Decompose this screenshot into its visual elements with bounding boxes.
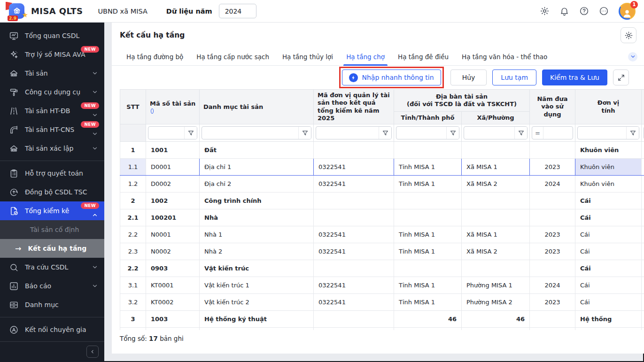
cell-tinh[interactable]: Tỉnh MISA 1: [394, 176, 462, 193]
cell-ma-don-vi[interactable]: [314, 311, 394, 328]
cancel-button[interactable]: Hủy: [450, 69, 487, 85]
filter-funnel-icon[interactable]: [298, 127, 311, 139]
cell-don-vi[interactable]: Cái: [575, 260, 642, 277]
cell-xa[interactable]: [462, 209, 530, 226]
cell-don-vi[interactable]: Khuôn viên: [575, 142, 642, 159]
cell-tinh[interactable]: Tỉnh MISA 1: [394, 277, 462, 294]
sidebar-item-trợ-lý-số-misa-ava[interactable]: Trợ lý số MISA AVANEW: [0, 45, 104, 64]
cell-ma-so[interactable]: 1001: [146, 142, 200, 159]
cell-stt[interactable]: 2.2: [120, 260, 146, 277]
cell-ma-don-vi[interactable]: [314, 209, 394, 226]
cell-xa[interactable]: Phường MISA 1: [462, 277, 530, 294]
tab-hạ-tầng-thủy-lợi[interactable]: Hạ tầng thủy lợi: [276, 48, 340, 65]
cell-tinh[interactable]: [394, 193, 462, 209]
cell-xa[interactable]: Xã MISA 1: [462, 159, 530, 176]
tab-overflow-chevron-icon[interactable]: [628, 52, 637, 62]
cell-tinh[interactable]: [394, 260, 462, 277]
cell-nam[interactable]: [530, 328, 575, 331]
cell-overflow[interactable]: [642, 294, 644, 311]
cell-overflow[interactable]: [642, 226, 644, 243]
cell-don-vi[interactable]: 46: [575, 328, 642, 331]
cell-nam[interactable]: [530, 311, 575, 328]
cell-nam[interactable]: 2023: [530, 159, 575, 176]
cell-overflow[interactable]: [642, 328, 644, 331]
user-avatar[interactable]: 1: [619, 3, 636, 20]
cell-ma-don-vi[interactable]: 0322541: [314, 159, 394, 176]
save-draft-button[interactable]: Lưu tạm: [492, 69, 536, 85]
cell-danh-muc[interactable]: Địa chỉ 2: [200, 176, 314, 193]
cell-don-vi[interactable]: Cái: [575, 243, 642, 260]
cell-nam[interactable]: [530, 142, 575, 159]
cell-ma-so[interactable]: 1003: [146, 311, 200, 328]
sidebar-item-tài-sản[interactable]: Tài sản: [0, 64, 104, 83]
cell-ma-don-vi[interactable]: [314, 142, 394, 159]
cell-danh-muc[interactable]: 1111121: [200, 328, 314, 331]
filter-funnel-icon[interactable]: [626, 127, 639, 139]
filter-funnel-icon[interactable]: [184, 127, 197, 139]
cell-danh-muc[interactable]: Nhà 2: [200, 243, 314, 260]
notifications-bell-icon[interactable]: [559, 6, 569, 16]
cell-danh-muc[interactable]: Nhà 1: [200, 226, 314, 243]
cell-stt[interactable]: 2: [120, 193, 146, 209]
cell-nam[interactable]: 2024: [530, 277, 575, 294]
cell-stt[interactable]: 1.2: [120, 176, 146, 193]
cell-tinh[interactable]: [394, 142, 462, 159]
equals-operator[interactable]: =: [532, 127, 543, 139]
sidebar-item-tổng-quan-csdl[interactable]: Tổng quan CSDL: [0, 26, 104, 45]
cell-ma-don-vi[interactable]: 0322541: [314, 294, 394, 311]
cell-xa[interactable]: Phường MISA 2: [462, 294, 530, 311]
sidebar-item-báo-cáo[interactable]: Báo cáo: [0, 277, 104, 295]
tab-hạ-tầng-đê-điều[interactable]: Hạ tầng đê điều: [391, 48, 455, 65]
cell-tinh[interactable]: Tỉnh MISA 1: [394, 328, 462, 331]
filter-funnel-icon[interactable]: [379, 127, 391, 139]
cell-overflow[interactable]: [642, 311, 644, 328]
cell-danh-muc[interactable]: Vật kiến trúc: [200, 260, 314, 277]
cell-ma-don-vi[interactable]: 0322541: [314, 243, 394, 260]
check-and-save-button[interactable]: Kiểm tra & Lưu: [542, 69, 607, 85]
cell-stt[interactable]: 10: [120, 328, 146, 331]
cell-ma-don-vi[interactable]: [314, 260, 394, 277]
cell-xa[interactable]: Xã MISA 1: [462, 226, 530, 243]
cell-nam[interactable]: 2023: [530, 243, 575, 260]
cell-nam[interactable]: 2023: [530, 294, 575, 311]
tab-hạ-tầng-chợ[interactable]: Hạ tầng chợ: [340, 48, 391, 65]
cell-overflow[interactable]: [642, 142, 644, 159]
cell-overflow[interactable]: [642, 176, 644, 193]
cell-nam[interactable]: [530, 209, 575, 226]
cell-ma-don-vi[interactable]: [314, 193, 394, 209]
cell-tinh[interactable]: Tỉnh MISA 1: [394, 159, 462, 176]
expand-fullscreen-button[interactable]: [613, 69, 629, 85]
sidebar-item-hỗ-trợ-quyết-toán[interactable]: Hỗ trợ quyết toán: [0, 164, 104, 183]
cell-ma-so[interactable]: KT0002: [146, 294, 200, 311]
sidebar-item-đồng-bộ-csdl-tsc[interactable]: Đồng bộ CSDL TSC: [0, 183, 104, 201]
cell-xa[interactable]: Xã MISA 2: [462, 243, 530, 260]
filter-ma-so-input[interactable]: [148, 130, 184, 137]
cell-ma-don-vi[interactable]: 0322541: [314, 328, 394, 331]
cell-stt[interactable]: 2.1: [120, 209, 146, 226]
page-settings-button[interactable]: [621, 27, 636, 43]
cell-stt[interactable]: 2.3: [120, 243, 146, 260]
cell-danh-muc[interactable]: Công trình chính: [200, 193, 314, 209]
cell-stt[interactable]: 2.2: [120, 226, 146, 243]
cell-danh-muc[interactable]: Vật kiến trúc 2: [200, 294, 314, 311]
cell-xa[interactable]: Xã MISA 2: [462, 176, 530, 193]
cell-overflow[interactable]: [642, 209, 644, 226]
sidebar-item-tổng-kiểm-kê[interactable]: Tổng kiểm kêNEW: [0, 201, 104, 220]
cell-xa[interactable]: [462, 260, 530, 277]
cell-ma-so[interactable]: 100201: [146, 209, 200, 226]
cell-overflow[interactable]: [642, 193, 644, 209]
cell-don-vi[interactable]: Cái: [575, 209, 642, 226]
sidebar-item-tài-sản-xác-lập[interactable]: Tài sản xác lập: [0, 139, 104, 158]
cell-don-vi[interactable]: Khuôn viên: [575, 159, 642, 176]
cell-nam[interactable]: [530, 260, 575, 277]
cell-stt[interactable]: 3.1: [120, 277, 146, 294]
cell-overflow[interactable]: [642, 277, 644, 294]
quick-entry-button[interactable]: Nhập nhanh thông tin: [342, 69, 441, 85]
cell-danh-muc[interactable]: Nhà: [200, 209, 314, 226]
cell-tinh[interactable]: Tỉnh MISA 1: [394, 226, 462, 243]
sidebar-subitem-tài-sản-cố-định[interactable]: Tài sản cố định: [0, 220, 104, 239]
cell-overflow[interactable]: [642, 243, 644, 260]
cell-ma-so[interactable]: D0002: [146, 176, 200, 193]
cell-ma-so[interactable]: 1111121: [146, 328, 200, 331]
sidebar-item-tra-cứu-csdl[interactable]: Tra cứu CSDL: [0, 258, 104, 277]
